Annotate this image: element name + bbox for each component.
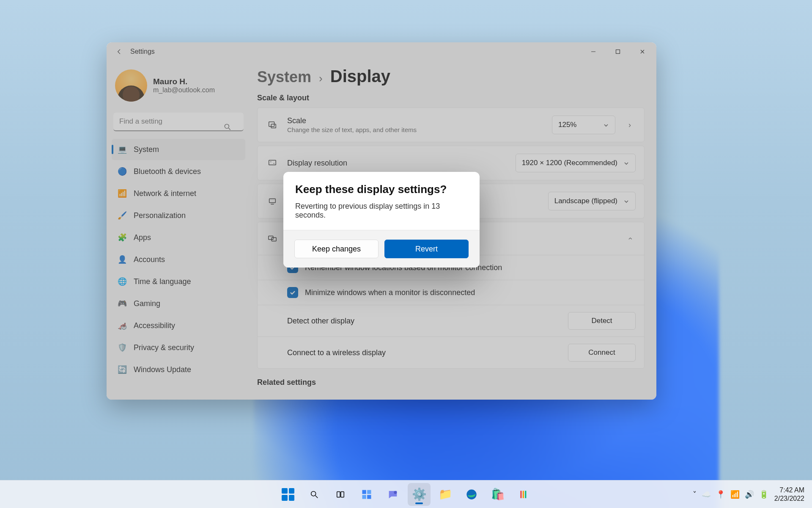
- settings-taskbar-button[interactable]: ⚙️: [408, 483, 431, 506]
- system-tray: ˅ ☁️ 📍 📶 🔊 🔋 7:42 AM 2/23/2022: [693, 486, 812, 502]
- svg-rect-11: [362, 490, 366, 494]
- svg-rect-9: [337, 491, 340, 497]
- widgets-button[interactable]: [355, 483, 378, 506]
- task-view-button[interactable]: [329, 483, 352, 506]
- volume-icon[interactable]: 🔊: [745, 490, 754, 499]
- keep-changes-button[interactable]: Keep changes: [294, 240, 379, 258]
- revert-button[interactable]: Revert: [384, 240, 469, 258]
- file-explorer-button[interactable]: 📁: [434, 483, 457, 506]
- svg-rect-10: [341, 491, 344, 497]
- battery-icon[interactable]: 🔋: [759, 490, 768, 499]
- chat-button[interactable]: [381, 483, 404, 506]
- dialog-title: Keep these display settings?: [295, 183, 468, 196]
- svg-point-15: [394, 491, 397, 494]
- svg-rect-14: [367, 495, 371, 499]
- search-icon: [310, 490, 319, 499]
- svg-rect-17: [520, 491, 521, 498]
- store-icon: 🛍️: [491, 488, 505, 501]
- onedrive-icon[interactable]: ☁️: [702, 490, 711, 499]
- gear-icon: ⚙️: [412, 487, 427, 501]
- store-button[interactable]: 🛍️: [486, 483, 509, 506]
- app-bars-icon: [518, 489, 529, 500]
- widgets-icon: [361, 489, 373, 500]
- dialog-message: Reverting to previous display settings i…: [295, 202, 468, 220]
- wifi-icon[interactable]: 📶: [730, 490, 740, 499]
- clock-time: 7:42 AM: [774, 486, 804, 494]
- svg-rect-12: [367, 490, 371, 494]
- task-view-icon: [336, 490, 345, 499]
- location-icon[interactable]: 📍: [716, 490, 725, 499]
- folder-icon: 📁: [439, 488, 452, 501]
- taskbar-center: ⚙️ 📁 🛍️: [277, 483, 535, 506]
- svg-rect-18: [523, 491, 524, 498]
- chat-icon: [387, 489, 399, 500]
- search-button[interactable]: [303, 483, 326, 506]
- clock-date: 2/23/2022: [774, 494, 804, 502]
- keep-settings-dialog: Keep these display settings? Reverting t…: [283, 172, 480, 268]
- pinned-app-button[interactable]: [513, 483, 535, 506]
- svg-point-8: [311, 491, 316, 496]
- taskbar: ⚙️ 📁 🛍️ ˅ ☁️ 📍 📶 🔊 🔋 7:42 AM 2/23/2022: [0, 480, 812, 508]
- windows-logo-icon: [282, 488, 294, 501]
- svg-rect-19: [525, 491, 526, 498]
- edge-button[interactable]: [460, 483, 483, 506]
- tray-chevron-up-icon[interactable]: ˅: [693, 490, 697, 499]
- start-button[interactable]: [277, 483, 299, 506]
- clock[interactable]: 7:42 AM 2/23/2022: [774, 486, 804, 502]
- tray-icons: ˅ ☁️ 📍 📶 🔊 🔋: [693, 490, 768, 499]
- svg-rect-13: [362, 495, 366, 499]
- edge-icon: [466, 489, 477, 500]
